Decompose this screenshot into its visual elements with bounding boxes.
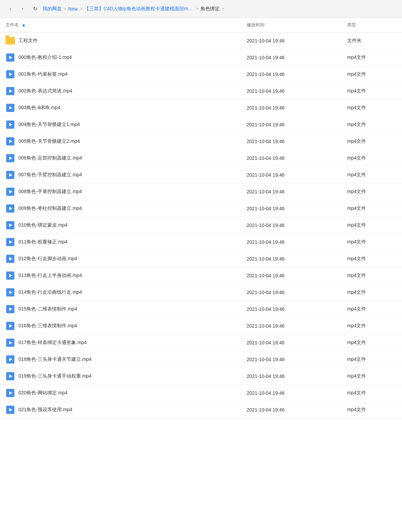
table-row[interactable]: 015角色-二维表情制作.mp42021-10-04 19:46mp4文件	[0, 301, 402, 318]
breadcrumb-sep-2: >	[80, 7, 82, 11]
table-row[interactable]: 工程文件2021-10-04 19:46文件夹	[0, 33, 402, 49]
table-row[interactable]: 020角色-网站绑定.mp42021-10-04 19:46mp4文件	[0, 385, 402, 402]
file-name-wrapper: 011角色-权重修正.mp4	[5, 237, 236, 247]
file-name-cell: 004角色-关节骨骼建立1.mp4	[0, 116, 241, 133]
back-button[interactable]: ‹	[5, 4, 15, 14]
video-icon	[5, 53, 15, 62]
file-time-label: 2021-10-04 19:46	[241, 234, 342, 251]
table-row[interactable]: 019角色-三头身卡通手动权重.mp42021-10-04 19:46mp4文件	[0, 368, 402, 385]
file-name-label: 009角色-脊柱控制器建立.mp4	[19, 205, 82, 212]
table-row[interactable]: 014角色-行走沿曲线行走.mp42021-10-04 19:46mp4文件	[0, 284, 402, 301]
browser-bar: ‹ • ↻ 我的网盘 > New > 【三简】C4D人物ip角色动画教程卡通建模…	[0, 0, 402, 18]
video-icon	[5, 204, 15, 213]
file-name-wrapper: 020角色-网站绑定.mp4	[5, 388, 236, 398]
file-time-label: 2021-10-04 19:46	[241, 284, 342, 301]
col-header-time[interactable]: 修改时间	[241, 18, 342, 33]
file-name-label: 016角色-三维表情制作.mp4	[19, 323, 77, 329]
table-row[interactable]: 016角色-三维表情制作.mp42021-10-04 19:46mp4文件	[0, 318, 402, 334]
file-name-wrapper: 001角色-约束标签.mp4	[5, 69, 236, 79]
breadcrumb-sep-4: >	[222, 7, 224, 11]
file-name-wrapper: 018角色-三头身卡通关节建立.mp4	[5, 355, 236, 364]
file-type-label: mp4文件	[342, 100, 402, 116]
video-icon	[5, 338, 15, 347]
breadcrumb-sep-1: >	[64, 7, 66, 11]
file-time-label: 2021-10-04 19:46	[241, 217, 342, 234]
file-name-cell: 009角色-脊柱控制器建立.mp4	[0, 200, 241, 217]
file-name-wrapper: 004角色-关节骨骼建立1.mp4	[5, 120, 236, 129]
table-row[interactable]: 004角色-关节骨骼建立1.mp42021-10-04 19:46mp4文件	[0, 116, 402, 133]
file-time-label: 2021-10-04 19:46	[241, 402, 342, 418]
table-row[interactable]: 007角色-手臂控制器建立.mp42021-10-04 19:46mp4文件	[0, 167, 402, 183]
video-icon	[5, 153, 15, 163]
file-name-label: 006角色-足部控制器建立.mp4	[19, 155, 82, 161]
file-name-cell: 001角色-约束标签.mp4	[0, 66, 241, 83]
table-row[interactable]: 005角色-关节骨骼建立2.mp42021-10-04 19:46mp4文件	[0, 133, 402, 150]
table-header-row: 文件名 ▲ 修改时间 类型	[0, 18, 402, 33]
breadcrumb-item-course[interactable]: 【三简】C4D人物ip角色动画教程卡通建模面部md衣服权重ik fk关节骨骼..…	[84, 6, 194, 12]
file-name-label: 015角色-二维表情制作.mp4	[19, 306, 77, 312]
file-name-cell: 007角色-手臂控制器建立.mp4	[0, 167, 241, 183]
table-row[interactable]: 011角色-权重修正.mp42021-10-04 19:46mp4文件	[0, 234, 402, 251]
table-row[interactable]: 013角色-行走上半身动画.mp42021-10-04 19:46mp4文件	[0, 267, 402, 284]
file-time-label: 2021-10-04 19:46	[241, 150, 342, 167]
file-name-wrapper: 013角色-行走上半身动画.mp4	[5, 271, 236, 280]
file-type-label: mp4文件	[342, 334, 402, 351]
video-icon	[5, 69, 15, 79]
file-name-cell: 006角色-足部控制器建立.mp4	[0, 150, 241, 167]
col-header-name[interactable]: 文件名 ▲	[0, 18, 241, 33]
refresh-button[interactable]: ↻	[30, 4, 40, 14]
file-time-label: 2021-10-04 19:46	[241, 301, 342, 318]
file-name-label: 011角色-权重修正.mp4	[19, 239, 68, 245]
table-row[interactable]: 002角色-表达式简述.mp42021-10-04 19:46mp4文件	[0, 83, 402, 100]
table-row[interactable]: 012角色-行走脚步动画.mp42021-10-04 19:46mp4文件	[0, 251, 402, 267]
file-time-label: 2021-10-04 19:46	[241, 66, 342, 83]
video-icon	[5, 288, 15, 297]
file-name-cell: 017角色-样条绑定卡通形象.mp4	[0, 334, 241, 351]
table-row[interactable]: 006角色-足部控制器建立.mp42021-10-04 19:46mp4文件	[0, 150, 402, 167]
file-type-label: mp4文件	[342, 167, 402, 183]
file-time-label: 2021-10-04 19:46	[241, 83, 342, 100]
file-name-cell: 016角色-三维表情制作.mp4	[0, 318, 241, 334]
file-name-label: 013角色-行走上半身动画.mp4	[19, 273, 82, 279]
table-row[interactable]: 009角色-脊柱控制器建立.mp42021-10-04 19:46mp4文件	[0, 200, 402, 217]
breadcrumb-item-new[interactable]: New	[68, 6, 78, 12]
table-row[interactable]: 021角色-预设库使用.mp42021-10-04 19:46mp4文件	[0, 402, 402, 418]
file-time-label: 2021-10-04 19:46	[241, 100, 342, 116]
video-icon	[5, 220, 15, 230]
video-icon	[5, 120, 15, 129]
file-name-label: 020角色-网站绑定.mp4	[19, 390, 68, 396]
video-icon	[5, 137, 15, 146]
file-name-label: 007角色-手臂控制器建立.mp4	[19, 172, 82, 178]
table-row[interactable]: 003角色-ik和fk.mp42021-10-04 19:46mp4文件	[0, 100, 402, 116]
sort-icon: ▲	[22, 22, 26, 27]
file-name-label: 010角色-绑定蒙皮.mp4	[19, 222, 68, 228]
file-name-wrapper: 009角色-脊柱控制器建立.mp4	[5, 204, 236, 213]
table-row[interactable]: 008角色-手掌控制器建立.mp42021-10-04 19:46mp4文件	[0, 183, 402, 200]
file-type-label: mp4文件	[342, 351, 402, 368]
file-name-cell: 012角色-行走脚步动画.mp4	[0, 251, 241, 267]
file-name-cell: 015角色-二维表情制作.mp4	[0, 301, 241, 318]
breadcrumb-item-mydisk[interactable]: 我的网盘	[42, 6, 62, 12]
table-row[interactable]: 010角色-绑定蒙皮.mp42021-10-04 19:46mp4文件	[0, 217, 402, 234]
file-name-cell: 008角色-手掌控制器建立.mp4	[0, 183, 241, 200]
file-name-wrapper: 002角色-表达式简述.mp4	[5, 86, 236, 96]
table-row[interactable]: 017角色-样条绑定卡通形象.mp42021-10-04 19:46mp4文件	[0, 334, 402, 351]
video-icon	[5, 355, 15, 364]
video-icon	[5, 388, 15, 398]
file-type-label: mp4文件	[342, 66, 402, 83]
file-name-label: 021角色-预设库使用.mp4	[19, 407, 72, 413]
table-row[interactable]: 000角色-教程介绍-1.mp42021-10-04 19:46mp4文件	[0, 49, 402, 66]
file-type-label: mp4文件	[342, 83, 402, 100]
file-time-label: 2021-10-04 19:46	[241, 49, 342, 66]
table-row[interactable]: 018角色-三头身卡通关节建立.mp42021-10-04 19:46mp4文件	[0, 351, 402, 368]
file-name-wrapper: 017角色-样条绑定卡通形象.mp4	[5, 338, 236, 347]
file-name-label: 001角色-约束标签.mp4	[19, 71, 68, 77]
dot-button[interactable]: •	[18, 4, 27, 14]
file-name-cell: 014角色-行走沿曲线行走.mp4	[0, 284, 241, 301]
video-icon	[5, 254, 15, 264]
table-row[interactable]: 001角色-约束标签.mp42021-10-04 19:46mp4文件	[0, 66, 402, 83]
col-header-type-label: 类型	[347, 22, 356, 27]
video-icon	[5, 103, 15, 113]
col-header-type[interactable]: 类型	[342, 18, 402, 33]
file-time-label: 2021-10-04 19:46	[241, 33, 342, 49]
